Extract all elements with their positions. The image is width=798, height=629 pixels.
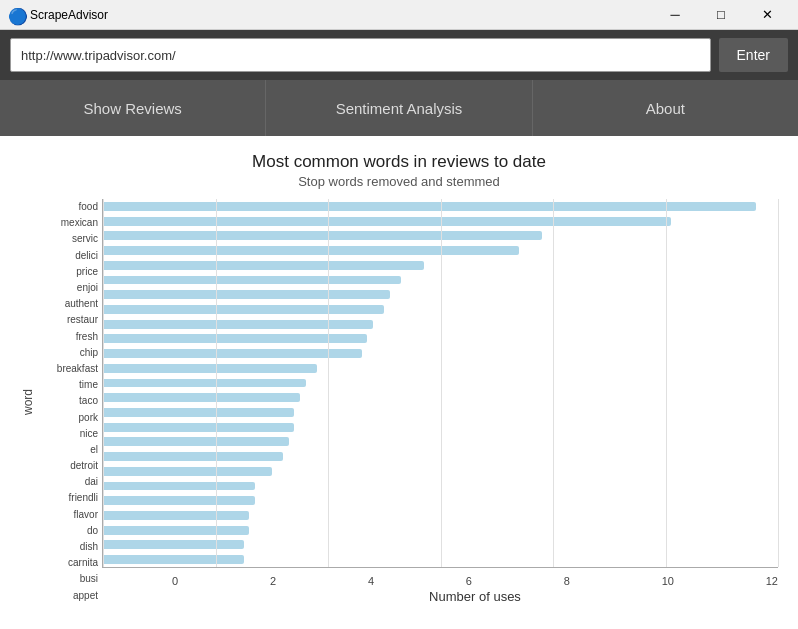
bar xyxy=(103,202,756,211)
y-label: servic xyxy=(40,234,98,244)
bar xyxy=(103,423,294,432)
y-label: dish xyxy=(40,542,98,552)
y-label: fresh xyxy=(40,332,98,342)
url-bar: Enter xyxy=(0,30,798,80)
bar xyxy=(103,320,373,329)
bar xyxy=(103,246,519,255)
y-label: do xyxy=(40,526,98,536)
bar xyxy=(103,437,289,446)
maximize-button[interactable]: □ xyxy=(698,0,744,30)
chart-title: Most common words in reviews to date xyxy=(20,152,778,172)
bar xyxy=(103,290,390,299)
bar xyxy=(103,482,255,491)
minimize-button[interactable]: ─ xyxy=(652,0,698,30)
bar xyxy=(103,496,255,505)
grid-line xyxy=(216,199,217,567)
grid-line xyxy=(441,199,442,567)
y-label: el xyxy=(40,445,98,455)
window-controls: ─ □ ✕ xyxy=(652,0,790,30)
bar xyxy=(103,408,294,417)
y-label: detroit xyxy=(40,461,98,471)
bar xyxy=(103,511,249,520)
tab-show-reviews[interactable]: Show Reviews xyxy=(0,80,266,136)
grid-line xyxy=(103,199,104,567)
y-label: nice xyxy=(40,429,98,439)
bar xyxy=(103,349,362,358)
grid-line xyxy=(328,199,329,567)
y-label: pork xyxy=(40,413,98,423)
y-label: carnita xyxy=(40,558,98,568)
y-label: restaur xyxy=(40,315,98,325)
x-tick-label: 2 xyxy=(270,575,276,587)
x-tick-label: 4 xyxy=(368,575,374,587)
bar xyxy=(103,276,401,285)
bar xyxy=(103,305,384,314)
y-label: price xyxy=(40,267,98,277)
tab-sentiment-analysis[interactable]: Sentiment Analysis xyxy=(266,80,532,136)
bar xyxy=(103,231,542,240)
app-icon: 🔵 xyxy=(8,7,24,23)
x-tick-label: 0 xyxy=(172,575,178,587)
title-bar: 🔵 ScrapeAdvisor ─ □ ✕ xyxy=(0,0,798,30)
bar xyxy=(103,393,300,402)
y-label: time xyxy=(40,380,98,390)
close-button[interactable]: ✕ xyxy=(744,0,790,30)
bar xyxy=(103,217,671,226)
nav-tabs: Show Reviews Sentiment Analysis About xyxy=(0,80,798,136)
tab-about[interactable]: About xyxy=(533,80,798,136)
x-tick-label: 8 xyxy=(564,575,570,587)
chart-area: Most common words in reviews to date Sto… xyxy=(0,136,798,629)
y-label: authent xyxy=(40,299,98,309)
y-labels: foodmexicanservicdelicipriceenjoiauthent… xyxy=(40,199,102,604)
grid-line xyxy=(666,199,667,567)
y-label: mexican xyxy=(40,218,98,228)
bars-area xyxy=(102,199,778,568)
y-label: dai xyxy=(40,477,98,487)
y-label: taco xyxy=(40,396,98,406)
y-axis-label: word xyxy=(20,199,36,604)
y-label: friendli xyxy=(40,493,98,503)
x-tick-label: 10 xyxy=(662,575,674,587)
x-axis-label: Number of uses xyxy=(172,589,778,604)
bar xyxy=(103,452,283,461)
y-label: appet xyxy=(40,591,98,601)
y-label: flavor xyxy=(40,510,98,520)
bar xyxy=(103,467,272,476)
bar xyxy=(103,555,244,564)
y-label: enjoi xyxy=(40,283,98,293)
url-input[interactable] xyxy=(10,38,711,72)
y-label: food xyxy=(40,202,98,212)
y-label: delici xyxy=(40,251,98,261)
y-label: chip xyxy=(40,348,98,358)
grid-line xyxy=(778,199,779,567)
bar xyxy=(103,364,317,373)
x-tick-label: 6 xyxy=(466,575,472,587)
y-label: busi xyxy=(40,574,98,584)
grid-line xyxy=(553,199,554,567)
bar xyxy=(103,526,249,535)
bar xyxy=(103,379,306,388)
x-tick-labels: 024681012 xyxy=(172,571,778,587)
app-title: ScrapeAdvisor xyxy=(30,8,108,22)
x-tick-label: 12 xyxy=(766,575,778,587)
bar xyxy=(103,261,424,270)
bar xyxy=(103,540,244,549)
y-label: breakfast xyxy=(40,364,98,374)
enter-button[interactable]: Enter xyxy=(719,38,788,72)
chart-subtitle: Stop words removed and stemmed xyxy=(20,174,778,189)
